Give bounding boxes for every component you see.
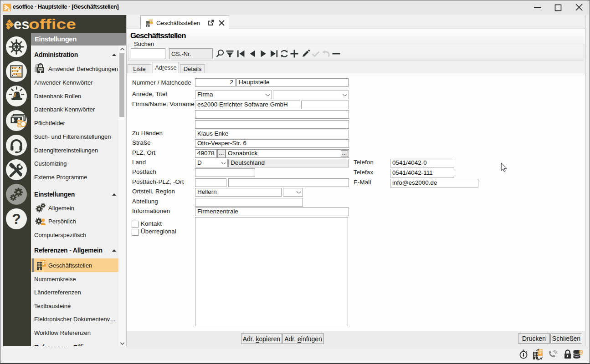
svg-text:office: office [29, 16, 76, 31]
svg-text:es: es [14, 16, 29, 31]
svg-text:?: ? [12, 211, 21, 227]
